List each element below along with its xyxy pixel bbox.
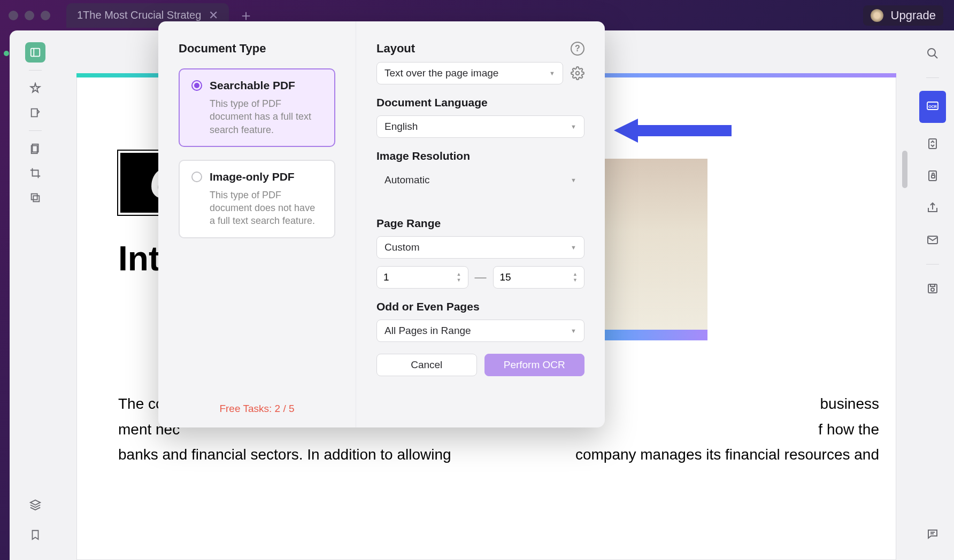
range-dash: — <box>475 270 487 284</box>
upgrade-button[interactable]: Upgrade <box>863 5 943 26</box>
svg-marker-6 <box>30 500 40 505</box>
ocr-dialog: Document Type Searchable PDF This type o… <box>158 21 605 427</box>
svg-point-21 <box>576 72 580 75</box>
language-select[interactable]: English ▼ <box>376 115 584 138</box>
parity-value: All Pages in Range <box>384 325 471 337</box>
page-range-select[interactable]: Custom ▼ <box>376 236 584 259</box>
svg-rect-17 <box>930 284 935 286</box>
share-icon[interactable] <box>921 197 944 219</box>
svg-rect-4 <box>33 196 39 201</box>
duplicate-icon[interactable] <box>25 188 45 208</box>
gear-icon[interactable] <box>571 66 584 80</box>
annotation-arrow <box>614 116 732 145</box>
language-value: English <box>384 121 418 133</box>
mail-icon[interactable] <box>921 229 944 251</box>
svg-line-8 <box>934 55 937 58</box>
chevron-down-icon: ▼ <box>571 328 576 334</box>
tab-title: 1The Most Crucial Strateg <box>77 9 201 21</box>
crop-icon[interactable] <box>25 163 45 183</box>
document-body-right: business f how the company manages its f… <box>575 391 879 468</box>
help-icon[interactable]: ? <box>571 42 584 56</box>
annotate-icon[interactable] <box>25 103 45 123</box>
minimize-window-button[interactable] <box>25 11 34 20</box>
stepper-icon[interactable]: ▲▼ <box>573 272 578 283</box>
close-tab-icon[interactable]: ✕ <box>209 9 218 22</box>
page-range-label: Page Range <box>376 217 584 230</box>
svg-point-7 <box>928 49 935 56</box>
close-window-button[interactable] <box>9 11 18 20</box>
option-title: Searchable PDF <box>210 79 295 92</box>
layout-value: Text over the page image <box>384 67 498 79</box>
ocr-dialog-right: Layout ? Text over the page image ▼ Docu… <box>356 21 605 427</box>
radio-unselected-icon <box>191 172 202 182</box>
save-icon[interactable] <box>921 277 944 300</box>
avatar <box>871 9 883 22</box>
document-photo <box>601 159 707 340</box>
resolution-select[interactable]: Automatic ▼ <box>376 169 584 191</box>
chevron-down-icon: ▼ <box>571 123 576 130</box>
maximize-window-button[interactable] <box>41 11 50 20</box>
language-label: Document Language <box>376 96 584 109</box>
page-indicator-dot <box>4 51 9 56</box>
convert-icon[interactable] <box>921 133 944 155</box>
search-icon[interactable] <box>921 42 944 65</box>
document-type-label: Document Type <box>179 42 335 56</box>
upgrade-label: Upgrade <box>891 9 936 22</box>
page-from-input[interactable]: 1 ▲▼ <box>376 266 468 289</box>
svg-rect-0 <box>30 49 40 57</box>
chevron-down-icon: ▼ <box>571 177 576 183</box>
cancel-button[interactable]: Cancel <box>376 354 477 376</box>
stepper-icon[interactable]: ▲▼ <box>457 272 461 283</box>
svg-text:OCR: OCR <box>928 105 937 108</box>
layers-icon[interactable] <box>25 495 45 515</box>
svg-point-16 <box>931 288 934 291</box>
comment-icon[interactable] <box>921 523 944 545</box>
left-sidebar <box>10 30 60 560</box>
right-sidebar: OCR <box>911 30 954 560</box>
layout-select[interactable]: Text over the page image ▼ <box>376 62 563 84</box>
chevron-down-icon: ▼ <box>549 70 555 76</box>
resolution-label: Image Resolution <box>376 150 584 162</box>
perform-ocr-button[interactable]: Perform OCR <box>484 354 585 376</box>
free-tasks-label: Free Tasks: 2 / 5 <box>179 403 335 415</box>
ocr-icon[interactable]: OCR <box>919 91 946 123</box>
protect-icon[interactable] <box>921 165 944 187</box>
doc-type-searchable-pdf[interactable]: Searchable PDF This type of PDF document… <box>179 68 335 147</box>
bookmark-icon[interactable] <box>25 525 45 545</box>
page-from-value: 1 <box>383 271 389 283</box>
option-title: Image-only PDF <box>210 170 295 183</box>
doc-type-image-only-pdf[interactable]: Image-only PDF This type of PDF document… <box>179 160 335 238</box>
resolution-value: Automatic <box>384 174 429 186</box>
reader-mode-icon[interactable] <box>25 42 45 63</box>
radio-selected-icon <box>191 80 202 91</box>
option-description: This type of PDF document does not have … <box>210 189 322 228</box>
parity-label: Odd or Even Pages <box>376 300 584 313</box>
parity-select[interactable]: All Pages in Range ▼ <box>376 320 584 342</box>
layout-label: Layout <box>376 42 415 56</box>
svg-rect-13 <box>932 175 935 178</box>
scroll-thumb[interactable] <box>902 151 907 188</box>
svg-rect-5 <box>31 194 37 200</box>
svg-marker-20 <box>614 119 732 143</box>
window-controls <box>9 11 50 20</box>
page-to-value: 15 <box>500 271 511 283</box>
chevron-down-icon: ▼ <box>571 244 576 251</box>
option-description: This type of PDF document has a full tex… <box>210 97 322 136</box>
page-to-input[interactable]: 15 ▲▼ <box>493 266 585 289</box>
page-range-value: Custom <box>384 242 419 253</box>
pages-icon[interactable] <box>25 138 45 159</box>
ocr-dialog-left: Document Type Searchable PDF This type o… <box>158 21 356 427</box>
highlight-icon[interactable] <box>25 78 45 98</box>
